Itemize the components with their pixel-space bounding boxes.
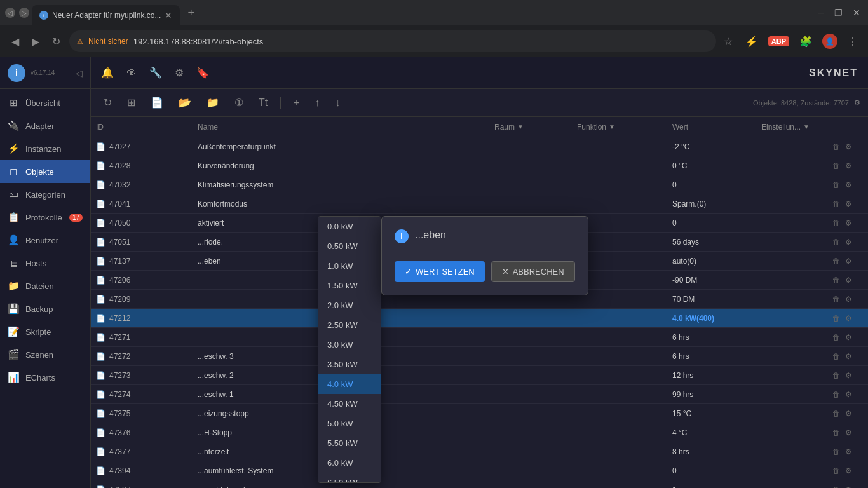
- new-tab-button[interactable]: +: [182, 6, 200, 20]
- row-settings-button[interactable]: ⚙: [844, 446, 853, 458]
- row-delete-button[interactable]: 🗑: [831, 313, 841, 324]
- table-row[interactable]: 📄 47273 ...eschw. 2 12 hrs 🗑 ⚙: [91, 366, 868, 385]
- row-settings-button[interactable]: ⚙: [844, 274, 853, 286]
- tools-icon[interactable]: 🔧: [149, 67, 162, 79]
- row-delete-button[interactable]: 🗑: [831, 236, 841, 248]
- settings-icon[interactable]: ⚙: [175, 67, 184, 79]
- row-delete-button[interactable]: 🗑: [831, 160, 841, 172]
- row-delete-button[interactable]: 🗑: [831, 484, 841, 489]
- tab-close-button[interactable]: ✕: [165, 10, 172, 20]
- table-row[interactable]: 📄 47272 ...eschw. 3 6 hrs 🗑 ⚙: [91, 347, 868, 366]
- upload-button[interactable]: ↑: [310, 95, 325, 111]
- browser-back-button[interactable]: ◀: [8, 33, 23, 50]
- text-format-button[interactable]: Tt: [254, 95, 273, 111]
- row-settings-button[interactable]: ⚙: [844, 294, 853, 305]
- row-delete-button[interactable]: 🗑: [831, 179, 841, 191]
- row-settings-button[interactable]: ⚙: [844, 465, 853, 477]
- dropdown-item[interactable]: 0.0 kW: [318, 217, 381, 236]
- row-delete-button[interactable]: 🗑: [831, 274, 841, 286]
- folder-button[interactable]: 📁: [201, 94, 224, 111]
- row-settings-button[interactable]: ⚙: [844, 332, 853, 343]
- row-settings-button[interactable]: ⚙: [844, 236, 853, 248]
- sidebar-collapse-button[interactable]: ◁: [76, 68, 83, 78]
- back-circle[interactable]: ◁: [5, 8, 15, 18]
- table-row[interactable]: 📄 47027 Außentemperaturpunkt -2 °C 🗑 ⚙: [91, 137, 868, 156]
- dropdown-item[interactable]: 5.50 kW: [318, 433, 381, 453]
- dropdown-item[interactable]: 5.0 kW: [318, 414, 381, 433]
- number-button[interactable]: ①: [229, 94, 248, 111]
- row-settings-button[interactable]: ⚙: [844, 313, 853, 324]
- table-row[interactable]: 📄 47394 ...aumfühlerst. System 0 🗑 ⚙: [91, 461, 868, 480]
- row-settings-button[interactable]: ⚙: [844, 389, 853, 400]
- grid-view-button[interactable]: ⊞: [122, 94, 140, 111]
- folder-open-button[interactable]: 📂: [173, 94, 196, 111]
- funktion-filter-icon[interactable]: ▼: [609, 123, 615, 130]
- dropdown-item[interactable]: 4.50 kW: [318, 394, 381, 414]
- sidebar-item-hosts[interactable]: 🖥 Hosts: [0, 252, 90, 274]
- table-row[interactable]: 📄 47032 Klimatisierungssystem 0 🗑 ⚙: [91, 175, 868, 194]
- table-row[interactable]: 📄 47271 6 hrs 🗑 ⚙: [91, 328, 868, 347]
- adblock-badge[interactable]: ABP: [768, 36, 789, 46]
- sidebar-item-echarts[interactable]: 📊 ECharts: [0, 366, 90, 389]
- row-delete-button[interactable]: 🗑: [831, 465, 841, 477]
- row-delete-button[interactable]: 🗑: [831, 389, 841, 400]
- row-delete-button[interactable]: 🗑: [831, 351, 841, 362]
- lightning-icon-button[interactable]: ⚡: [743, 33, 761, 50]
- minimize-button[interactable]: ─: [818, 8, 824, 18]
- row-settings-button[interactable]: ⚙: [844, 370, 853, 381]
- sidebar-item-kategorien[interactable]: 🏷 Kategorien: [0, 183, 90, 206]
- row-delete-button[interactable]: 🗑: [831, 217, 841, 229]
- cancel-button[interactable]: ✕ ABBRECHEN: [491, 261, 575, 282]
- row-delete-button[interactable]: 🗑: [831, 294, 841, 305]
- bookmark-star-button[interactable]: ☆: [721, 33, 735, 50]
- row-delete-button[interactable]: 🗑: [831, 255, 841, 267]
- row-settings-button[interactable]: ⚙: [844, 255, 853, 267]
- table-row[interactable]: 📄 47274 ...eschw. 1 99 hrs 🗑 ⚙: [91, 385, 868, 404]
- visibility-icon[interactable]: 👁: [126, 67, 137, 79]
- settings-gear-icon[interactable]: ⚙: [854, 98, 860, 107]
- close-button[interactable]: ✕: [853, 8, 860, 18]
- table-row[interactable]: 📄 47376 ...H-Stopp 4 °C 🗑 ⚙: [91, 423, 868, 442]
- sidebar-item-dateien[interactable]: 📁 Dateien: [0, 274, 90, 297]
- row-delete-button[interactable]: 🗑: [831, 370, 841, 381]
- row-delete-button[interactable]: 🗑: [831, 141, 841, 152]
- forward-circle[interactable]: ▷: [19, 8, 29, 18]
- sidebar-item-objekte[interactable]: ◻ Objekte: [0, 160, 90, 183]
- table-row[interactable]: 📄 47377 ...nterzeit 8 hrs 🗑 ⚙: [91, 442, 868, 461]
- dropdown-item[interactable]: 3.50 kW: [318, 355, 381, 374]
- dropdown-item[interactable]: 1.50 kW: [318, 276, 381, 295]
- sidebar-item-adapter[interactable]: 🔌 Adapter: [0, 114, 90, 137]
- table-row[interactable]: 📄 47041 Komfortmodus Sparm.(0) 🗑 ⚙: [91, 194, 868, 214]
- sidebar-item-skripte[interactable]: 📝 Skripte: [0, 320, 90, 343]
- row-settings-button[interactable]: ⚙: [844, 160, 853, 172]
- row-settings-button[interactable]: ⚙: [844, 427, 853, 438]
- dropdown-item[interactable]: 6.0 kW: [318, 453, 381, 473]
- bookmark-icon[interactable]: 🔖: [196, 67, 209, 79]
- dropdown-item[interactable]: 2.0 kW: [318, 295, 381, 315]
- dropdown-item[interactable]: 3.0 kW: [318, 335, 381, 355]
- row-delete-button[interactable]: 🗑: [831, 446, 841, 458]
- sidebar-item-uebersicht[interactable]: ⊞ Übersicht: [0, 92, 90, 114]
- active-tab[interactable]: i Neuer Adapter für myuplink.co... ✕: [32, 5, 180, 25]
- dropdown-item[interactable]: 6.50 kW: [318, 473, 381, 483]
- raum-filter-icon[interactable]: ▼: [517, 123, 524, 130]
- add-button[interactable]: +: [288, 95, 304, 111]
- table-row[interactable]: 📄 47212 4.0 kW(400) 🗑 ⚙: [91, 309, 868, 328]
- confirm-button[interactable]: ✓ WERT SETZEN: [395, 261, 485, 282]
- row-settings-button[interactable]: ⚙: [844, 408, 853, 419]
- row-settings-button[interactable]: ⚙: [844, 179, 853, 191]
- file-button[interactable]: 📄: [146, 94, 168, 111]
- row-settings-button[interactable]: ⚙: [844, 351, 853, 362]
- table-row[interactable]: 📄 47028 Kurvenänderung 0 °C 🗑 ⚙: [91, 156, 868, 175]
- dropdown-item[interactable]: 2.50 kW: [318, 315, 381, 335]
- row-settings-button[interactable]: ⚙: [844, 217, 853, 229]
- notification-icon[interactable]: 🔔: [101, 67, 114, 79]
- sidebar-item-instanzen[interactable]: ⚡ Instanzen: [0, 137, 90, 160]
- value-dropdown[interactable]: 0.0 kW0.50 kW1.0 kW1.50 kW2.0 kW2.50 kW3…: [318, 216, 381, 483]
- download-button[interactable]: ↓: [330, 95, 346, 111]
- row-delete-button[interactable]: 🗑: [831, 408, 841, 419]
- browser-forward-button[interactable]: ▶: [28, 33, 43, 50]
- row-settings-button[interactable]: ⚙: [844, 484, 853, 489]
- sidebar-item-benutzer[interactable]: 👤 Benutzer: [0, 229, 90, 252]
- refresh-button[interactable]: ↻: [98, 94, 117, 111]
